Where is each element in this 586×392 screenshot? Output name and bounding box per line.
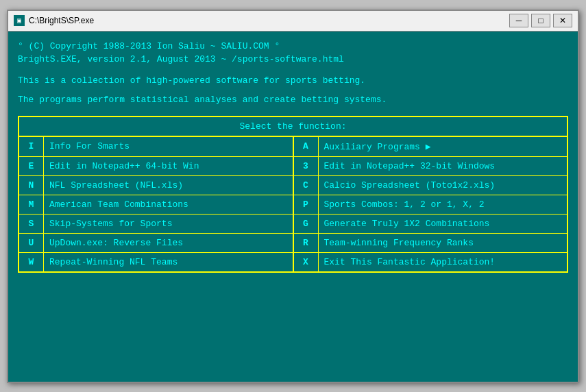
menu-label-left-5[interactable]: UpDown.exe: Reverse Files xyxy=(44,234,293,252)
menu-row[interactable]: S Skip-Systems for Sports G Generate Tru… xyxy=(19,215,567,234)
window-controls: ─ □ ✕ xyxy=(509,14,572,27)
menu-label-right-1[interactable]: Edit in Notepad++ 32-bit Windows xyxy=(319,157,567,175)
menu-key-left-5[interactable]: U xyxy=(19,234,44,252)
menu-key-right-1[interactable]: 3 xyxy=(294,157,319,175)
minimize-button[interactable]: ─ xyxy=(509,14,528,27)
menu-label-right-5[interactable]: Team-winning Frequency Ranks xyxy=(319,234,567,252)
menu-key-right-3[interactable]: P xyxy=(294,195,319,214)
menu-row[interactable]: U UpDown.exe: Reverse Files R Team-winni… xyxy=(19,234,567,253)
menu-row[interactable]: N NFL Spreadsheet (NFL.xls) C Calcio Spr… xyxy=(19,176,567,195)
menu-label-left-6[interactable]: Repeat-Winning NFL Teams xyxy=(44,253,293,271)
body-line2: The programs perform statistical analyse… xyxy=(18,93,568,108)
app-icon: ▣ xyxy=(14,15,25,26)
menu-label-right-6[interactable]: Exit This Fantastic Application! xyxy=(319,253,567,271)
menu-label-left-3[interactable]: American Team Combinations xyxy=(44,195,293,214)
menu-label-left-0[interactable]: Info For Smarts xyxy=(44,137,293,156)
maximize-button[interactable]: □ xyxy=(531,14,550,27)
menu-header: Select the function: xyxy=(19,117,567,137)
menu-row[interactable]: I Info For Smarts A Auxiliary Programs ▶ xyxy=(19,137,567,157)
content-area: ° (C) Copyright 1988-2013 Ion Saliu ~ SA… xyxy=(8,32,578,382)
window-title: C:\BrightS\SP.exe xyxy=(29,16,94,25)
header-line2: BrightS.EXE, version 2.1, August 2013 ~ … xyxy=(18,53,568,66)
menu-label-left-1[interactable]: Edit in Notepad++ 64-bit Win xyxy=(44,157,293,175)
close-button[interactable]: ✕ xyxy=(553,14,572,27)
main-window: ▣ C:\BrightS\SP.exe ─ □ ✕ ° (C) Copyrigh… xyxy=(7,10,579,383)
menu-box: Select the function: I Info For Smarts A… xyxy=(18,116,568,273)
menu-key-right-2[interactable]: C xyxy=(294,176,319,195)
menu-label-right-2[interactable]: Calcio Spreadsheet (Toto1x2.xls) xyxy=(319,176,567,195)
menu-key-left-2[interactable]: N xyxy=(19,176,44,195)
menu-label-right-4[interactable]: Generate Truly 1X2 Combinations xyxy=(319,215,567,233)
menu-label-right-3[interactable]: Sports Combos: 1, 2 or 1, X, 2 xyxy=(319,195,567,214)
body-line1: This is a collection of high-powered sof… xyxy=(18,73,568,88)
menu-key-left-6[interactable]: W xyxy=(19,253,44,271)
menu-key-left-4[interactable]: S xyxy=(19,215,44,233)
menu-key-left-3[interactable]: M xyxy=(19,195,44,214)
menu-key-right-4[interactable]: G xyxy=(294,215,319,233)
title-bar-left: ▣ C:\BrightS\SP.exe xyxy=(14,15,94,26)
menu-key-left-1[interactable]: E xyxy=(19,157,44,175)
title-bar: ▣ C:\BrightS\SP.exe ─ □ ✕ xyxy=(8,11,578,32)
header-line1: ° (C) Copyright 1988-2013 Ion Saliu ~ SA… xyxy=(18,40,568,53)
header-block: ° (C) Copyright 1988-2013 Ion Saliu ~ SA… xyxy=(18,40,568,66)
menu-row[interactable]: W Repeat-Winning NFL Teams X Exit This F… xyxy=(19,253,567,271)
menu-key-right-5[interactable]: R xyxy=(294,234,319,252)
menu-key-left-0[interactable]: I xyxy=(19,137,44,156)
menu-label-left-2[interactable]: NFL Spreadsheet (NFL.xls) xyxy=(44,176,293,195)
menu-label-right-0[interactable]: Auxiliary Programs ▶ xyxy=(319,137,567,156)
menu-label-left-4[interactable]: Skip-Systems for Sports xyxy=(44,215,293,233)
menu-key-right-6[interactable]: X xyxy=(294,253,319,271)
menu-key-right-0[interactable]: A xyxy=(294,137,319,156)
menu-row[interactable]: M American Team Combinations P Sports Co… xyxy=(19,195,567,215)
menu-row[interactable]: E Edit in Notepad++ 64-bit Win 3 Edit in… xyxy=(19,157,567,176)
